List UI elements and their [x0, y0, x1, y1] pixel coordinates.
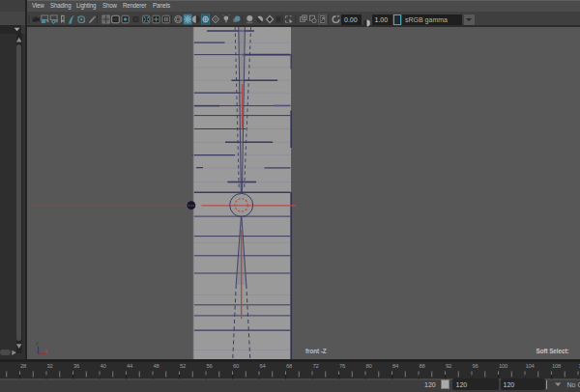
- svg-text:104: 104: [526, 363, 536, 369]
- svg-text:48: 48: [154, 363, 160, 369]
- svg-text:72: 72: [313, 363, 319, 369]
- svg-text:32: 32: [47, 363, 53, 369]
- svg-text:76: 76: [339, 363, 346, 369]
- svg-text:40: 40: [101, 363, 107, 369]
- svg-text:x: x: [44, 348, 47, 353]
- svg-text:Soft Select:: Soft Select:: [536, 348, 569, 354]
- svg-text:60: 60: [233, 363, 240, 369]
- svg-text:88: 88: [420, 363, 426, 369]
- svg-text:92: 92: [446, 363, 451, 369]
- svg-text:24: 24: [0, 363, 1, 369]
- svg-text:84: 84: [392, 363, 399, 369]
- svg-text:front -Z: front -Z: [305, 348, 327, 354]
- svg-text:44: 44: [127, 363, 133, 369]
- svg-text:36: 36: [73, 363, 80, 369]
- svg-text:56: 56: [207, 363, 214, 369]
- svg-text:96: 96: [473, 363, 479, 369]
- svg-text:100: 100: [499, 363, 508, 369]
- svg-text:y: y: [36, 340, 39, 346]
- svg-text:52: 52: [180, 363, 186, 369]
- svg-text:z: z: [36, 348, 39, 353]
- svg-text:68: 68: [286, 363, 293, 369]
- svg-text:108: 108: [552, 363, 562, 369]
- svg-text:80: 80: [366, 363, 373, 369]
- svg-text:64: 64: [260, 363, 267, 369]
- svg-text:28: 28: [20, 363, 27, 369]
